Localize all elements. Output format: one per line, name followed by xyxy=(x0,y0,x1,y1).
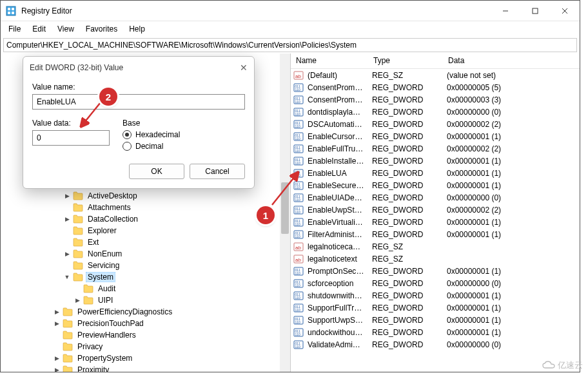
expand-icon[interactable]: ▶ xyxy=(63,191,72,200)
expand-icon[interactable]: ▶ xyxy=(52,319,61,328)
value-row[interactable]: 011110DSCAutomation...REG_DWORD0x0000000… xyxy=(291,118,580,130)
value-row[interactable]: 011110undockwithoutl...REG_DWORD0x000000… xyxy=(291,326,580,338)
value-row[interactable]: 011110EnableInstallerD...REG_DWORD0x0000… xyxy=(291,155,580,167)
expand-icon[interactable]: ▶ xyxy=(52,365,61,372)
tree-item-privacy[interactable]: Privacy xyxy=(1,341,290,352)
list-pane[interactable]: Name Type Data ab(Default)REG_SZ(value n… xyxy=(291,53,580,372)
tree-item-powerefficiencydiagnostics[interactable]: ▶PowerEfficiencyDiagnostics xyxy=(1,306,290,318)
list-header: Name Type Data xyxy=(291,53,580,69)
value-row[interactable]: 011110EnableFullTrustS...REG_DWORD0x0000… xyxy=(291,142,580,155)
tree-item-activedesktop[interactable]: ▶ActiveDesktop xyxy=(1,190,290,202)
value-row[interactable]: 011110ConsentPrompt...REG_DWORD0x0000000… xyxy=(291,81,580,93)
value-row[interactable]: 011110EnableUIADeskt...REG_DWORD0x000000… xyxy=(291,191,580,204)
value-data: 0x00000000 (0) xyxy=(443,108,580,117)
svg-text:110: 110 xyxy=(295,100,301,104)
value-row[interactable]: 011110shutdownwitho...REG_DWORD0x0000000… xyxy=(291,289,580,302)
radio-decimal[interactable]: Decimal xyxy=(122,142,180,151)
svg-text:110: 110 xyxy=(295,137,301,140)
value-row[interactable]: 011110EnableVirtualizat...REG_DWORD0x000… xyxy=(291,216,580,228)
expand-icon[interactable] xyxy=(73,284,82,293)
tree-item-audit[interactable]: Audit xyxy=(1,283,290,294)
col-header-data[interactable]: Data xyxy=(443,53,580,68)
expand-icon[interactable] xyxy=(52,331,61,340)
tree-item-uipi[interactable]: ▶UIPI xyxy=(1,294,290,306)
svg-rect-2 xyxy=(12,8,14,10)
expand-icon[interactable]: ▶ xyxy=(63,215,72,224)
tree-item-proximity[interactable]: ▶Proximity xyxy=(1,364,290,372)
tree-item-datacollection[interactable]: ▶DataCollection xyxy=(1,213,290,225)
value-row[interactable]: 011110ValidateAdminC...REG_DWORD0x000000… xyxy=(291,338,580,351)
value-row[interactable]: 011110dontdisplaylastu...REG_DWORD0x0000… xyxy=(291,106,580,118)
value-type: REG_SZ xyxy=(368,255,443,264)
tree-item-nonenum[interactable]: ▶NonEnum xyxy=(1,248,290,260)
radio-hexadecimal[interactable]: Hexadecimal xyxy=(122,130,180,139)
svg-text:110: 110 xyxy=(295,210,301,214)
menu-file[interactable]: File xyxy=(3,23,26,35)
value-row[interactable]: ablegalnoticetextREG_SZ xyxy=(291,253,580,265)
tree-item-system[interactable]: ▼System xyxy=(1,271,290,283)
menu-favorites[interactable]: Favorites xyxy=(81,23,122,35)
value-row[interactable]: 011110SupportUwpStar...REG_DWORD0x000000… xyxy=(291,314,580,326)
titlebar: Registry Editor xyxy=(1,1,580,21)
expand-icon[interactable]: ▼ xyxy=(63,273,72,282)
col-header-type[interactable]: Type xyxy=(368,53,443,68)
tree-item-explorer[interactable]: Explorer xyxy=(1,225,290,236)
value-row[interactable]: 011110ConsentPrompt...REG_DWORD0x0000000… xyxy=(291,93,580,106)
expand-icon[interactable]: ▶ xyxy=(52,307,61,316)
value-row[interactable]: 011110EnableUwpStart...REG_DWORD0x000000… xyxy=(291,204,580,216)
value-row[interactable]: 011110EnableLUAREG_DWORD0x00000001 (1) xyxy=(291,167,580,179)
close-button[interactable] xyxy=(550,1,580,21)
address-bar[interactable]: Computer\HKEY_LOCAL_MACHINE\SOFTWARE\Mic… xyxy=(3,38,577,52)
minimize-button[interactable] xyxy=(491,1,520,21)
value-row[interactable]: ablegalnoticecapti...REG_SZ xyxy=(291,240,580,253)
tree-label: Attachments xyxy=(86,202,133,213)
value-row[interactable]: ab(Default)REG_SZ(value not set) xyxy=(291,69,580,81)
value-row[interactable]: 011110scforceoptionREG_DWORD0x00000000 (… xyxy=(291,277,580,289)
value-name: undockwithoutl... xyxy=(304,328,368,337)
value-row[interactable]: 011110PromptOnSecur...REG_DWORD0x0000000… xyxy=(291,265,580,277)
expand-icon[interactable] xyxy=(63,226,72,235)
tree-label: Proximity xyxy=(75,365,111,372)
tree-item-attachments[interactable]: Attachments xyxy=(1,202,290,213)
value-data: 0x00000002 (2) xyxy=(443,206,580,215)
tree-scrollbar[interactable] xyxy=(280,53,290,372)
tree-item-ext[interactable]: Ext xyxy=(1,236,290,248)
value-data: 0x00000001 (1) xyxy=(443,132,580,141)
menu-help[interactable]: Help xyxy=(124,23,150,35)
expand-icon[interactable]: ▶ xyxy=(63,249,72,258)
expand-icon[interactable] xyxy=(52,342,61,351)
regedit-icon xyxy=(6,6,16,16)
ok-button[interactable]: OK xyxy=(129,164,184,179)
tree-item-previewhandlers[interactable]: PreviewHandlers xyxy=(1,329,290,341)
tree-item-servicing[interactable]: Servicing xyxy=(1,260,290,271)
value-type: REG_DWORD xyxy=(368,316,443,325)
svg-text:ab: ab xyxy=(295,257,301,263)
value-type: REG_DWORD xyxy=(368,206,443,215)
value-row[interactable]: 011110SupportFullTrust...REG_DWORD0x0000… xyxy=(291,302,580,314)
menu-view[interactable]: View xyxy=(52,23,79,35)
value-row[interactable]: 011110EnableCursorSu...REG_DWORD0x000000… xyxy=(291,130,580,142)
value-name-input[interactable] xyxy=(32,94,245,110)
tree-item-propertysystem[interactable]: ▶PropertySystem xyxy=(1,352,290,364)
tree-label: DataCollection xyxy=(86,214,140,224)
svg-text:110: 110 xyxy=(295,149,301,153)
expand-icon[interactable] xyxy=(63,261,72,270)
menu-edit[interactable]: Edit xyxy=(27,23,51,35)
value-row[interactable]: 011110EnableSecureUI...REG_DWORD0x000000… xyxy=(291,179,580,191)
maximize-button[interactable] xyxy=(520,1,550,21)
expand-icon[interactable] xyxy=(63,238,72,247)
tree-item-precisiontouchpad[interactable]: ▶PrecisionTouchPad xyxy=(1,318,290,329)
value-type: REG_DWORD xyxy=(368,95,443,104)
value-name: PromptOnSecur... xyxy=(304,267,368,276)
value-type: REG_DWORD xyxy=(368,218,443,227)
expand-icon[interactable]: ▶ xyxy=(73,296,82,305)
radio-dot-icon xyxy=(122,130,132,139)
expand-icon[interactable]: ▶ xyxy=(52,354,61,363)
col-header-name[interactable]: Name xyxy=(291,53,368,68)
svg-line-75 xyxy=(81,99,103,126)
svg-text:ab: ab xyxy=(295,245,301,251)
cancel-button[interactable]: Cancel xyxy=(190,164,245,179)
value-row[interactable]: 011110FilterAdministra...REG_DWORD0x0000… xyxy=(291,228,580,240)
expand-icon[interactable] xyxy=(63,203,72,212)
dialog-close-button[interactable]: ✕ xyxy=(240,63,248,73)
